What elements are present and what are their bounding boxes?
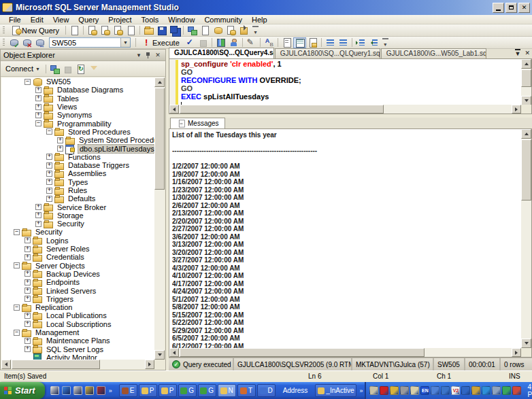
expand-icon[interactable]: + — [24, 346, 31, 352]
tree-item-synonyms[interactable]: +Synonyms — [1, 111, 154, 119]
internet-explorer-icon[interactable] — [62, 386, 71, 395]
scroll-left-icon[interactable] — [1, 360, 11, 369]
display-icon[interactable] — [431, 386, 439, 395]
restore-button[interactable] — [505, 3, 517, 13]
tree-item-replication[interactable]: −Replication — [1, 303, 154, 311]
tree-item-dbo-splistalltuesdays[interactable]: +dbo.spListAllTuesdays — [1, 144, 154, 152]
new-file-button[interactable] — [68, 25, 81, 36]
expand-icon[interactable]: + — [24, 321, 31, 327]
update-icon[interactable] — [471, 386, 480, 395]
show-desktop-icon[interactable] — [73, 386, 82, 395]
scrollbar-thumb[interactable] — [180, 348, 425, 357]
menu-community[interactable]: Community — [199, 16, 247, 24]
menu-project[interactable]: Project — [103, 16, 136, 24]
object-explorer-button[interactable] — [212, 25, 225, 36]
expand-icon[interactable]: + — [35, 104, 41, 110]
menu-file[interactable]: File — [4, 16, 26, 24]
address-toolbar-label[interactable]: Address — [283, 387, 308, 394]
tree-item-activity-monitor[interactable]: Activity Monitor — [1, 353, 154, 360]
display-estimated-plan-button[interactable] — [214, 37, 227, 48]
quick-launch-overflow-icon[interactable]: » — [109, 387, 112, 394]
scroll-right-icon[interactable] — [512, 348, 521, 357]
expand-icon[interactable]: + — [35, 204, 41, 210]
printer-icon[interactable] — [410, 386, 419, 395]
scroll-up-icon[interactable] — [521, 59, 531, 69]
results-to-text-button[interactable] — [280, 37, 293, 48]
available-databases-combo[interactable]: SW505 ▼ — [49, 37, 131, 48]
user-icon[interactable] — [492, 386, 501, 395]
expand-icon[interactable]: + — [24, 254, 31, 260]
expand-icon[interactable]: + — [24, 296, 31, 302]
tab-messages[interactable]: Messages — [170, 118, 225, 128]
expand-icon[interactable]: + — [57, 137, 63, 143]
editor-vertical-scrollbar[interactable] — [521, 59, 531, 105]
editor-tab-gjulca1800-g-w505-lab1-sql[interactable]: GJULCA1800\G...W505_Lab1.sql — [381, 48, 486, 58]
expand-icon[interactable]: + — [46, 179, 52, 185]
connect-button[interactable] — [7, 37, 20, 48]
tree-item-triggers[interactable]: +Triggers — [1, 295, 154, 303]
menu-query[interactable]: Query — [73, 16, 103, 24]
tree-item-backup-devices[interactable]: +Backup Devices — [1, 270, 154, 278]
scroll-left-icon[interactable] — [169, 348, 179, 357]
collapse-icon[interactable]: − — [46, 128, 52, 135]
collapse-icon[interactable]: − — [14, 229, 20, 235]
tree-item-local-publications[interactable]: +Local Publications — [1, 311, 154, 319]
expand-icon[interactable]: + — [35, 95, 41, 101]
network-icon[interactable] — [461, 386, 470, 395]
start-button[interactable]: Start — [0, 382, 45, 399]
editor-code[interactable]: sp_configure 'clr enabled', 1GORECONFIGU… — [181, 60, 520, 109]
tree-item-local-subscriptions[interactable]: +Local Subscriptions — [1, 320, 154, 328]
taskbar-window-button-e[interactable]: E — [119, 384, 137, 397]
editor-horizontal-scrollbar[interactable] — [169, 105, 521, 114]
scrollbar-thumb[interactable] — [154, 88, 165, 190]
taskbar-clock[interactable]: 4:15 PM — [527, 383, 532, 398]
tree-item-linked-servers[interactable]: +Linked Servers — [1, 286, 154, 294]
taskbar-window-button-d[interactable]: D — [257, 384, 276, 397]
taskbar-window-button-n[interactable]: N — [218, 384, 236, 397]
expand-icon[interactable]: + — [35, 221, 41, 227]
taskbar-window-button-p[interactable]: P — [139, 384, 157, 397]
change-connection-button[interactable] — [33, 37, 46, 48]
tree-item-security[interactable]: +Security — [1, 220, 154, 228]
results-to-grid-button[interactable] — [293, 37, 306, 48]
collapse-icon[interactable]: − — [14, 262, 20, 268]
template-explorer-button[interactable] — [225, 25, 237, 36]
collapse-icon[interactable]: − — [35, 120, 41, 126]
new-query-button[interactable]: New Query — [7, 25, 63, 36]
language-icon[interactable]: EN — [420, 386, 429, 395]
tree-item-server-objects[interactable]: −Server Objects — [1, 262, 154, 270]
expand-icon[interactable]: + — [46, 162, 52, 169]
expand-icon[interactable]: + — [35, 112, 41, 118]
registered-servers-button[interactable] — [186, 25, 199, 36]
scroll-right-icon[interactable] — [512, 105, 521, 114]
active-files-dropdown-icon[interactable]: ▼ — [515, 49, 521, 57]
save-all-button[interactable] — [168, 25, 181, 36]
messages-vertical-scrollbar[interactable] — [521, 129, 531, 348]
results-to-file-button[interactable] — [306, 37, 319, 48]
outdent-button[interactable] — [367, 37, 380, 48]
specify-template-values-button[interactable] — [263, 37, 276, 48]
taskbar-window-button-t[interactable]: T — [237, 384, 256, 397]
properties-window-button[interactable] — [237, 25, 250, 36]
gray-circle-icon[interactable] — [400, 386, 409, 395]
expand-icon[interactable]: + — [24, 338, 31, 344]
analysis-services-mdx-query-button[interactable] — [99, 25, 112, 36]
tree-item-server-roles[interactable]: +Server Roles — [1, 245, 154, 253]
tree-item-database-diagrams[interactable]: +Database Diagrams — [1, 86, 154, 94]
tree-item-storage[interactable]: +Storage — [1, 211, 154, 220]
expand-icon[interactable]: + — [24, 246, 31, 252]
menu-edit[interactable]: Edit — [26, 16, 48, 24]
close-button[interactable]: ✕ — [518, 3, 530, 13]
close-panel-icon[interactable]: ✕ — [153, 51, 163, 60]
window-menu-icon[interactable]: ▾ — [134, 51, 144, 60]
taskbar-window-button-p[interactable]: P — [159, 384, 177, 397]
tree-item-types[interactable]: +Types — [1, 178, 154, 186]
scroll-down-icon[interactable] — [521, 339, 531, 348]
tuning-advisor-button[interactable] — [227, 37, 240, 48]
scroll-up-icon[interactable] — [154, 77, 165, 87]
toolbar-overflow-icon[interactable]: ▾ — [382, 38, 388, 48]
tree-item-assemblies[interactable]: +Assemblies — [1, 169, 154, 177]
pinwheel-icon[interactable] — [512, 386, 521, 395]
taskbar-window-button-g[interactable]: G — [178, 384, 197, 397]
auto-hide-pin-icon[interactable] — [144, 51, 153, 60]
